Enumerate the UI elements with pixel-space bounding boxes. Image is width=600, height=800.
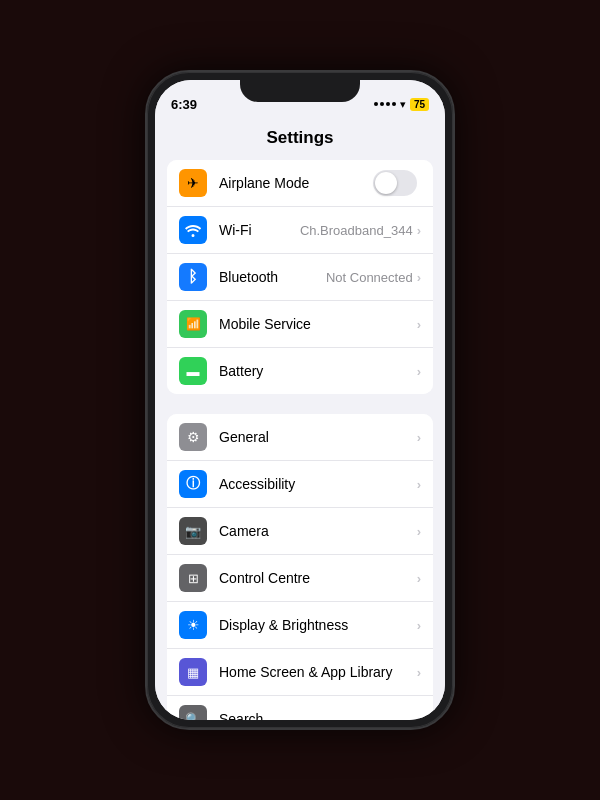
accessibility-label: Accessibility <box>219 476 417 492</box>
display-label: Display & Brightness <box>219 617 417 633</box>
settings-row-airplane[interactable]: ✈ Airplane Mode <box>167 160 433 207</box>
phone-frame: 6:39 ▾ 75 Settings ✈ Airplane Mode <box>145 70 455 730</box>
signal-dot-3 <box>386 102 390 106</box>
control-label: Control Centre <box>219 570 417 586</box>
mobile-label: Mobile Service <box>219 316 417 332</box>
battery-label: Battery <box>219 363 417 379</box>
settings-row-bluetooth[interactable]: ᛒ Bluetooth Not Connected › <box>167 254 433 301</box>
display-icon: ☀ <box>179 611 207 639</box>
search-chevron: › <box>417 712 421 721</box>
homescreen-label: Home Screen & App Library <box>219 664 417 680</box>
settings-row-mobile[interactable]: 📶 Mobile Service › <box>167 301 433 348</box>
wifi-icon <box>179 216 207 244</box>
wifi-value: Ch.Broadband_344 <box>300 223 413 238</box>
camera-icon: 📷 <box>179 517 207 545</box>
wifi-label: Wi-Fi <box>219 222 300 238</box>
camera-label: Camera <box>219 523 417 539</box>
bluetooth-chevron: › <box>417 270 421 285</box>
homescreen-icon: ▦ <box>179 658 207 686</box>
signal-dot-4 <box>392 102 396 106</box>
airplane-toggle[interactable] <box>373 170 417 196</box>
settings-row-camera[interactable]: 📷 Camera › <box>167 508 433 555</box>
page-title: Settings <box>155 120 445 160</box>
settings-row-search[interactable]: 🔍 Search › <box>167 696 433 720</box>
page-content[interactable]: Settings ✈ Airplane Mode Wi- <box>155 120 445 720</box>
settings-row-general[interactable]: ⚙ General › <box>167 414 433 461</box>
signal-dots <box>374 102 396 106</box>
settings-row-wifi[interactable]: Wi-Fi Ch.Broadband_344 › <box>167 207 433 254</box>
mobile-icon: 📶 <box>179 310 207 338</box>
settings-row-display[interactable]: ☀ Display & Brightness › <box>167 602 433 649</box>
bluetooth-icon: ᛒ <box>179 263 207 291</box>
accessibility-icon: ⓘ <box>179 470 207 498</box>
bluetooth-value: Not Connected <box>326 270 413 285</box>
airplane-icon: ✈ <box>179 169 207 197</box>
wifi-status-icon: ▾ <box>400 98 406 111</box>
status-icons: ▾ 75 <box>374 98 429 111</box>
control-chevron: › <box>417 571 421 586</box>
battery-percentage: 75 <box>410 98 429 111</box>
settings-row-homescreen[interactable]: ▦ Home Screen & App Library › <box>167 649 433 696</box>
bluetooth-label: Bluetooth <box>219 269 326 285</box>
accessibility-chevron: › <box>417 477 421 492</box>
general-icon: ⚙ <box>179 423 207 451</box>
search-icon: 🔍 <box>179 705 207 720</box>
signal-dot-2 <box>380 102 384 106</box>
settings-group-connectivity: ✈ Airplane Mode Wi-Fi Ch.Broadband_344 › <box>167 160 433 394</box>
general-label: General <box>219 429 417 445</box>
settings-row-control[interactable]: ⊞ Control Centre › <box>167 555 433 602</box>
homescreen-chevron: › <box>417 665 421 680</box>
phone-screen: 6:39 ▾ 75 Settings ✈ Airplane Mode <box>155 80 445 720</box>
signal-dot-1 <box>374 102 378 106</box>
settings-group-general: ⚙ General › ⓘ Accessibility › 📷 Camera ›… <box>167 414 433 720</box>
battery-icon: ▬ <box>179 357 207 385</box>
search-label: Search <box>219 711 417 720</box>
camera-chevron: › <box>417 524 421 539</box>
control-icon: ⊞ <box>179 564 207 592</box>
status-time: 6:39 <box>171 97 197 112</box>
airplane-toggle-knob <box>375 172 397 194</box>
general-chevron: › <box>417 430 421 445</box>
airplane-label: Airplane Mode <box>219 175 373 191</box>
settings-row-battery[interactable]: ▬ Battery › <box>167 348 433 394</box>
battery-chevron: › <box>417 364 421 379</box>
settings-row-accessibility[interactable]: ⓘ Accessibility › <box>167 461 433 508</box>
display-chevron: › <box>417 618 421 633</box>
mobile-chevron: › <box>417 317 421 332</box>
wifi-chevron: › <box>417 223 421 238</box>
notch <box>240 80 360 102</box>
